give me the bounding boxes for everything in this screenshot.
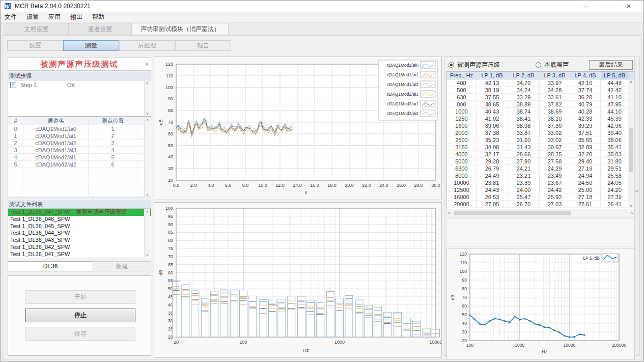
table-row[interactable]: 80038.6538.8937.8240.7947.95 bbox=[447, 101, 634, 108]
table-row[interactable]: 500029.2827.9027.5829.4031.80 bbox=[447, 158, 634, 165]
close-button[interactable]: ✕ bbox=[618, 1, 639, 12]
cell: 37.51 bbox=[570, 129, 601, 136]
cell: 38.41 bbox=[508, 115, 540, 122]
table-row[interactable]: 4cDAQ1Mod2/ai15 bbox=[8, 154, 151, 161]
table-row-empty bbox=[8, 168, 151, 175]
scroll-up-icon[interactable]: ∧ bbox=[628, 79, 634, 84]
maximize-button[interactable]: □ bbox=[597, 1, 618, 12]
app-icon bbox=[5, 3, 12, 10]
svg-text:2.0: 2.0 bbox=[190, 183, 197, 188]
cell: 39.40 bbox=[601, 129, 629, 136]
cell: 34.28 bbox=[540, 87, 570, 94]
scroll-up-icon[interactable]: ∧ bbox=[145, 209, 150, 214]
scrollbar-thumb[interactable] bbox=[454, 211, 571, 215]
list-item[interactable]: Test 1_DL36_043_SPW bbox=[8, 237, 151, 244]
checkbox-checked-icon[interactable] bbox=[10, 82, 16, 88]
file-list-scrollbar[interactable]: ∧ ∨ bbox=[144, 209, 150, 257]
final-result-button[interactable]: 最后结果 bbox=[589, 60, 633, 70]
table-row[interactable]: 50038.1934.2434.2837.7442.42 bbox=[447, 87, 634, 94]
background-noise-radio[interactable] bbox=[536, 62, 541, 68]
table-row[interactable]: 125041.0238.4138.1042.3345.39 bbox=[447, 115, 634, 122]
table-row[interactable]: 315034.0831.4330.6732.8935.41 bbox=[447, 144, 634, 151]
sub-tab-0[interactable]: 设置 bbox=[7, 40, 63, 51]
source-level-radio[interactable] bbox=[449, 62, 454, 68]
channel-table-scrollbar[interactable]: ∧ ∨ bbox=[144, 118, 150, 197]
menu-item-1[interactable]: 设置 bbox=[26, 13, 39, 21]
sub-tab-1[interactable]: 测量 bbox=[63, 40, 119, 51]
scroll-right-icon[interactable]: > bbox=[631, 211, 633, 216]
test-type-dropdown[interactable]: 被测声源声压级测试 ∨ bbox=[8, 58, 151, 71]
table-row[interactable]: 2cDAQ1Mod1/ai23 bbox=[8, 140, 151, 147]
save-button[interactable]: 保存 bbox=[25, 327, 135, 341]
main-tab-0[interactable]: 文档设置 bbox=[5, 23, 68, 35]
right-spacer bbox=[446, 218, 635, 246]
menu-item-0[interactable]: 文件 bbox=[5, 13, 17, 21]
scroll-up-icon[interactable]: ∧ bbox=[145, 118, 150, 122]
cell: 27.58 bbox=[540, 158, 570, 165]
cell: 5000 bbox=[447, 158, 477, 165]
cell: 37.30 bbox=[540, 122, 570, 129]
collapse-strip[interactable]: < bbox=[634, 57, 640, 356]
table-row[interactable]: 63037.5533.2933.6136.2041.10 bbox=[447, 94, 634, 101]
stop-button[interactable]: 停止 bbox=[25, 309, 135, 322]
table-row[interactable]: 0cDAQ1Mod1/ai01 bbox=[8, 125, 151, 132]
scroll-down-icon[interactable]: ∨ bbox=[628, 204, 634, 208]
table-row[interactable]: 2000027.0526.7027.0327.6126.41 bbox=[447, 201, 634, 208]
start-button[interactable]: 开始 bbox=[25, 290, 135, 304]
scroll-down-icon[interactable]: ∨ bbox=[145, 111, 150, 116]
list-item[interactable]: Test 1_DL36_047_SPW被测声源声压级测试 bbox=[8, 209, 151, 216]
step-row[interactable]: Step 1OK bbox=[8, 80, 151, 90]
menu-item-3[interactable]: 输出 bbox=[70, 13, 82, 21]
levels-table-scrollbar[interactable]: ∧ ∨ bbox=[628, 79, 634, 208]
table-row[interactable]: 800024.4923.2123.4924.9425.58 bbox=[447, 172, 634, 179]
menu-item-4[interactable]: 帮助 bbox=[92, 13, 104, 21]
table-row[interactable]: 400032.1728.6628.2532.2035.03 bbox=[447, 151, 634, 158]
list-item[interactable]: Test 1_DL36_046_SPW bbox=[8, 216, 151, 223]
minimize-button[interactable]: — bbox=[575, 1, 597, 12]
svg-text:10000: 10000 bbox=[564, 343, 576, 348]
scroll-down-icon[interactable]: ∨ bbox=[145, 253, 150, 257]
new-file-button[interactable]: 新建 bbox=[93, 261, 151, 271]
cell: 630 bbox=[447, 94, 477, 101]
menu-item-2[interactable]: 应用 bbox=[48, 13, 61, 21]
table-row[interactable]: 1000023.8123.3923.6724.5024.05 bbox=[447, 179, 634, 186]
main-tab-1[interactable]: 通道设置 bbox=[68, 23, 132, 35]
file-name: Test 1_DL36_042_SPW bbox=[10, 244, 70, 251]
header-cell: # bbox=[8, 117, 23, 125]
scroll-up-icon[interactable]: ∧ bbox=[145, 81, 150, 86]
sub-tab-2[interactable]: 后处理 bbox=[119, 40, 175, 51]
sub-tab-strip: 设置测量后处理报告 bbox=[7, 40, 231, 51]
list-item[interactable]: Test 1_DL36_045_SPW bbox=[8, 223, 151, 230]
cell: 39.29 bbox=[570, 122, 601, 129]
table-row[interactable]: 1250024.4324.0024.4225.0024.20 bbox=[447, 186, 634, 193]
cell: 38.10 bbox=[540, 115, 570, 122]
table-row[interactable]: 200037.3833.8733.0237.5139.40 bbox=[447, 129, 634, 136]
table-row[interactable]: 1cDAQ1Mod1/ai12 bbox=[8, 132, 151, 140]
file-name: Test 1_DL36_043_SPW bbox=[10, 237, 70, 244]
scroll-down-icon[interactable]: ∨ bbox=[145, 192, 150, 197]
table-row[interactable]: 100040.4338.7438.6940.2844.10 bbox=[447, 108, 634, 115]
cell: 23.81 bbox=[477, 179, 508, 186]
scrollbar-thumb[interactable] bbox=[629, 128, 633, 172]
main-tab-2[interactable]: 声功率测试模块（消声室法） bbox=[132, 23, 229, 35]
table-row[interactable]: 1600026.5325.4725.9227.1827.39 bbox=[447, 193, 634, 201]
table-row[interactable]: 250035.2331.6033.0235.6538.06 bbox=[447, 136, 634, 144]
list-item[interactable]: Test 1_DL36_041_SPW bbox=[8, 251, 151, 258]
levels-table-hscrollbar[interactable]: < > bbox=[446, 210, 635, 216]
list-item[interactable]: Test 1_DL36_042_SPW bbox=[8, 244, 151, 251]
table-row[interactable]: 160039.0638.9837.3039.2942.96 bbox=[447, 122, 634, 129]
list-item[interactable]: Test 1_DL36_044_SPW bbox=[8, 230, 151, 237]
cell: 35.65 bbox=[570, 136, 601, 144]
table-row[interactable]: 3cDAQ1Mod1/ai34 bbox=[8, 147, 151, 154]
table-row[interactable]: 630026.7924.2124.2927.1929.51 bbox=[447, 165, 634, 172]
cell: 39.06 bbox=[477, 122, 508, 129]
file-prefix-input[interactable] bbox=[8, 261, 93, 271]
scroll-left-icon[interactable]: < bbox=[448, 211, 451, 216]
step-list-scrollbar[interactable]: ∧ ∨ bbox=[144, 81, 150, 116]
main-tab-strip: 文档设置通道设置声功率测试模块（消声室法） bbox=[1, 23, 643, 35]
table-row[interactable]: 40042.1334.7033.9742.1044.48 bbox=[447, 79, 634, 87]
table-row[interactable]: 5cDAQ1Mod2/ai26 bbox=[8, 161, 151, 168]
sub-tab-3[interactable]: 报告 bbox=[175, 40, 231, 51]
svg-text:80: 80 bbox=[462, 286, 467, 291]
cell: 28.66 bbox=[508, 151, 540, 158]
